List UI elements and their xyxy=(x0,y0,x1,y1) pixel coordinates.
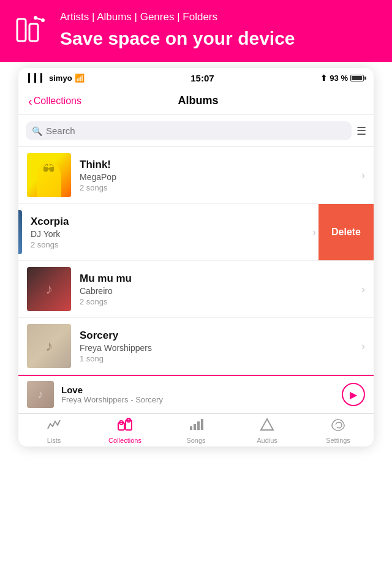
tab-audius-label: Audius xyxy=(257,437,277,444)
status-time: 15:07 xyxy=(190,73,214,83)
back-button[interactable]: ‹ Collections xyxy=(28,95,81,107)
album-art-think xyxy=(27,153,71,197)
album-info-mumu: Mu mu mu Cabreiro 2 songs xyxy=(80,273,356,306)
album-info-sorcery: Sorcery Freya Worshippers 1 song xyxy=(80,330,356,363)
album-item-xcorpia[interactable]: DAYlight Xcorpia DJ York 2 songs › xyxy=(18,204,325,260)
tab-collections-label: Collections xyxy=(108,437,141,444)
songs-icon xyxy=(189,418,203,435)
tab-audius[interactable]: Audius xyxy=(232,418,303,444)
lists-icon xyxy=(47,418,61,435)
svg-point-4 xyxy=(34,16,37,20)
album-list: Think! MegaPop 2 songs › DAYlight Xcorpi… xyxy=(18,147,374,375)
signal-icon: ▎▎▎ xyxy=(28,74,47,83)
tab-lists[interactable]: Lists xyxy=(18,418,89,444)
album-info-think: Think! MegaPop 2 songs xyxy=(80,159,356,192)
battery-percentage: 93 % xyxy=(330,74,348,83)
delete-button[interactable]: Delete xyxy=(318,204,374,260)
now-playing-art: ♪ xyxy=(27,381,54,408)
album-songs: 2 songs xyxy=(80,297,356,306)
album-item-think[interactable]: Think! MegaPop 2 songs › xyxy=(18,147,374,204)
album-songs: 1 song xyxy=(80,354,356,363)
album-artist: Freya Worshippers xyxy=(80,343,356,353)
svg-rect-12 xyxy=(201,419,203,430)
tab-songs[interactable]: Songs xyxy=(160,418,232,444)
now-playing-bar[interactable]: ♪ Love Freya Worshippers - Sorcery ▶ xyxy=(18,375,374,413)
album-item-mumu[interactable]: ♪ Mu mu mu Cabreiro 2 songs › xyxy=(18,261,374,318)
status-carrier: ▎▎▎ simyo 📶 xyxy=(28,74,85,83)
header-banner: Artists | Albums | Genres | Folders Save… xyxy=(0,0,392,62)
album-name: Think! xyxy=(80,159,356,171)
nav-bar: ‹ Collections Albums xyxy=(18,88,374,115)
header-nav[interactable]: Artists | Albums | Genres | Folders xyxy=(60,11,380,23)
svg-marker-13 xyxy=(261,419,273,430)
battery-icon xyxy=(350,75,364,81)
album-item-sorcery[interactable]: ♪ Sorcery Freya Worshippers 1 song › xyxy=(18,318,374,375)
location-icon: ⬆ xyxy=(320,74,327,83)
tab-songs-label: Songs xyxy=(186,437,205,444)
filter-icon[interactable]: ☰ xyxy=(356,124,366,138)
album-info-xcorpia: Xcorpia DJ York 2 songs xyxy=(31,216,307,249)
app-logo xyxy=(12,12,49,48)
svg-rect-11 xyxy=(197,421,200,430)
svg-point-3 xyxy=(41,18,45,22)
svg-rect-9 xyxy=(190,426,192,430)
album-artist: MegaPop xyxy=(80,172,356,182)
search-icon: 🔍 xyxy=(32,126,42,136)
album-art-xcorpia: DAYlight xyxy=(18,210,22,254)
now-playing-info: Love Freya Worshippers - Sorcery xyxy=(61,385,334,404)
chevron-right-icon: › xyxy=(361,169,365,182)
album-name: Sorcery xyxy=(80,330,356,342)
tab-settings-label: Settings xyxy=(326,437,350,444)
page-title: Albums xyxy=(81,94,315,107)
tab-settings[interactable]: Settings xyxy=(303,418,374,444)
tab-collections[interactable]: Collections xyxy=(89,418,160,444)
chevron-right-icon: › xyxy=(361,283,365,296)
album-artist: Cabreiro xyxy=(80,286,356,296)
collections-icon xyxy=(117,418,133,435)
search-bar: 🔍 ☰ xyxy=(18,115,374,147)
chevron-right-icon: › xyxy=(312,226,316,239)
svg-rect-10 xyxy=(194,424,196,430)
phone-screen: ▎▎▎ simyo 📶 15:07 ⬆ 93 % ‹ Collections A… xyxy=(18,68,374,447)
carrier-name: simyo xyxy=(49,74,72,83)
album-songs: 2 songs xyxy=(80,183,356,192)
status-bar: ▎▎▎ simyo 📶 15:07 ⬆ 93 % xyxy=(18,68,374,88)
svg-rect-1 xyxy=(29,24,38,41)
chevron-right-icon: › xyxy=(361,340,365,353)
audius-icon xyxy=(260,418,274,435)
header-tagline: Save space on your device xyxy=(60,28,380,48)
now-playing-subtitle: Freya Worshippers - Sorcery xyxy=(61,395,334,404)
header-right: Artists | Albums | Genres | Folders Save… xyxy=(60,11,380,48)
album-row-xcorpia: DAYlight Xcorpia DJ York 2 songs › Delet… xyxy=(18,204,374,261)
album-artist: DJ York xyxy=(31,229,307,239)
album-art-sorcery: ♪ xyxy=(27,324,71,368)
play-button[interactable]: ▶ xyxy=(342,383,365,406)
wifi-icon: 📶 xyxy=(75,74,85,83)
search-input-wrap[interactable]: 🔍 xyxy=(26,121,352,140)
back-label: Collections xyxy=(34,96,81,107)
svg-rect-0 xyxy=(17,19,26,41)
album-name: Xcorpia xyxy=(31,216,307,228)
search-input[interactable] xyxy=(46,126,345,136)
tab-lists-label: Lists xyxy=(47,437,61,444)
back-chevron-icon: ‹ xyxy=(28,95,32,107)
album-name: Mu mu mu xyxy=(80,273,356,285)
album-songs: 2 songs xyxy=(31,240,307,249)
album-art-mumu: ♪ xyxy=(27,267,71,311)
status-battery: ⬆ 93 % xyxy=(320,74,364,83)
settings-icon xyxy=(331,418,345,435)
tab-bar: Lists Collections xyxy=(18,413,374,447)
now-playing-title: Love xyxy=(61,385,334,395)
